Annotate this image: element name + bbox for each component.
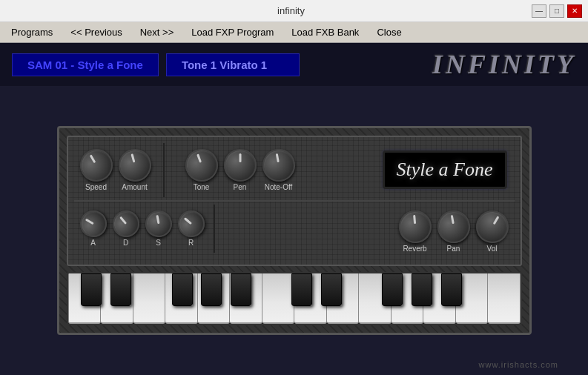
menu-previous[interactable]: << Previous bbox=[62, 24, 130, 40]
knob-pen[interactable] bbox=[224, 149, 257, 182]
tone-name[interactable]: Tone 1 Vibrato 1 bbox=[166, 53, 300, 76]
menu-load-fxb[interactable]: Load FXB Bank bbox=[283, 24, 367, 40]
website-text: www.irishacts.com bbox=[479, 360, 558, 369]
vibrato-section: Speed Amount bbox=[74, 143, 165, 197]
window-title: infinity bbox=[50, 5, 532, 16]
knob-release[interactable] bbox=[172, 205, 210, 243]
menu-programs[interactable]: Programs bbox=[3, 24, 61, 40]
display-text: Style a Fone bbox=[397, 159, 493, 181]
knob-d-label: D bbox=[123, 239, 128, 247]
knob-sustain[interactable] bbox=[143, 208, 174, 239]
piano-keys bbox=[68, 273, 521, 325]
top-section: Speed Amount bbox=[74, 143, 515, 197]
knob-d-group: D bbox=[113, 210, 139, 247]
vibrato-knobs: Speed Amount bbox=[74, 143, 157, 197]
menu-close[interactable]: Close bbox=[369, 24, 409, 40]
knob-decay[interactable] bbox=[107, 205, 145, 243]
piano-black-key[interactable] bbox=[441, 273, 462, 306]
panel-inner: Speed Amount bbox=[67, 136, 522, 266]
knob-pan-group: Pan bbox=[437, 210, 470, 253]
logo: INFINITY bbox=[307, 49, 576, 80]
knob-speed-label: Speed bbox=[85, 183, 107, 191]
knob-r-group: R bbox=[178, 210, 205, 247]
knob-s-label: S bbox=[156, 239, 161, 247]
knob-noteoff-label: Note-Off bbox=[265, 183, 293, 191]
knob-reverb-label: Reverb bbox=[403, 245, 426, 253]
piano-black-key[interactable] bbox=[231, 273, 251, 306]
knob-tone-label: Tone bbox=[194, 183, 210, 191]
knob-r-label: R bbox=[188, 239, 194, 247]
knob-pan[interactable] bbox=[435, 208, 472, 246]
piano-black-key[interactable] bbox=[172, 273, 193, 306]
piano-black-key[interactable] bbox=[412, 273, 432, 306]
knob-pen-group: Pen bbox=[224, 149, 257, 191]
preset-name[interactable]: SAM 01 - Style a Fone bbox=[12, 53, 159, 76]
piano-section bbox=[67, 272, 522, 325]
piano-black-key[interactable] bbox=[81, 273, 102, 306]
plugin-body: SAM 01 - Style a Fone Tone 1 Vibrato 1 I… bbox=[0, 43, 588, 375]
knob-pen-label: Pen bbox=[234, 183, 247, 191]
separator bbox=[74, 200, 515, 202]
title-bar: infinity — □ ✕ bbox=[0, 0, 588, 22]
main-knobs-row: Tone Pen Note-Off bbox=[179, 143, 301, 197]
knob-s-group: S bbox=[145, 210, 172, 247]
right-display: Style a Fone bbox=[375, 143, 515, 196]
knob-reverb-group: Reverb bbox=[399, 210, 432, 253]
piano-white-key[interactable] bbox=[262, 273, 295, 324]
menu-bar: Programs << Previous Next >> Load FXP Pr… bbox=[0, 22, 588, 43]
piano-black-key[interactable] bbox=[321, 273, 342, 306]
menu-load-fxp[interactable]: Load FXP Program bbox=[183, 24, 282, 40]
knob-pan-label: Pan bbox=[447, 245, 460, 253]
synth-body: Speed Amount bbox=[57, 126, 532, 335]
main-knobs-section: Tone Pen Note-Off bbox=[179, 143, 301, 197]
bottom-section: A D S R bbox=[74, 205, 515, 259]
adsr-section: A D S R bbox=[74, 205, 215, 253]
knob-reverb[interactable] bbox=[397, 209, 433, 245]
piano-black-key[interactable] bbox=[291, 273, 312, 306]
knob-a-label: A bbox=[90, 239, 96, 247]
piano-black-key[interactable] bbox=[382, 273, 403, 306]
knob-vol[interactable] bbox=[469, 205, 514, 249]
knob-attack[interactable] bbox=[75, 205, 111, 242]
display-screen: Style a Fone bbox=[383, 150, 507, 189]
piano-white-key[interactable] bbox=[133, 273, 166, 324]
knob-vol-label: Vol bbox=[487, 245, 498, 253]
effects-knobs: Reverb Pan Vol bbox=[393, 205, 515, 259]
knob-noteoff-group: Note-Off bbox=[262, 149, 295, 191]
piano-white-key[interactable] bbox=[488, 273, 521, 324]
knob-amount-label: Amount bbox=[122, 183, 147, 191]
knob-tone-group: Tone bbox=[185, 149, 218, 191]
menu-next[interactable]: Next >> bbox=[132, 24, 182, 40]
knob-amount[interactable] bbox=[115, 145, 155, 185]
synth-panel: Speed Amount bbox=[0, 86, 588, 375]
close-button[interactable]: ✕ bbox=[567, 4, 582, 18]
piano-black-key[interactable] bbox=[201, 273, 222, 306]
knob-vol-group: Vol bbox=[476, 210, 509, 253]
maximize-button[interactable]: □ bbox=[549, 4, 564, 18]
knob-a-group: A bbox=[80, 210, 107, 247]
knob-amount-group: Amount bbox=[119, 149, 151, 191]
info-bar: SAM 01 - Style a Fone Tone 1 Vibrato 1 I… bbox=[0, 43, 588, 86]
piano-black-key[interactable] bbox=[110, 273, 131, 306]
minimize-button[interactable]: — bbox=[532, 4, 546, 18]
knob-tone[interactable] bbox=[180, 145, 222, 186]
knob-speed[interactable] bbox=[73, 143, 118, 188]
knob-speed-group: Speed bbox=[80, 149, 113, 191]
effects-section: Reverb Pan Vol bbox=[393, 205, 515, 259]
adsr-knobs: A D S R bbox=[74, 205, 211, 253]
knob-noteoff[interactable] bbox=[260, 147, 297, 185]
window-controls: — □ ✕ bbox=[532, 4, 582, 18]
